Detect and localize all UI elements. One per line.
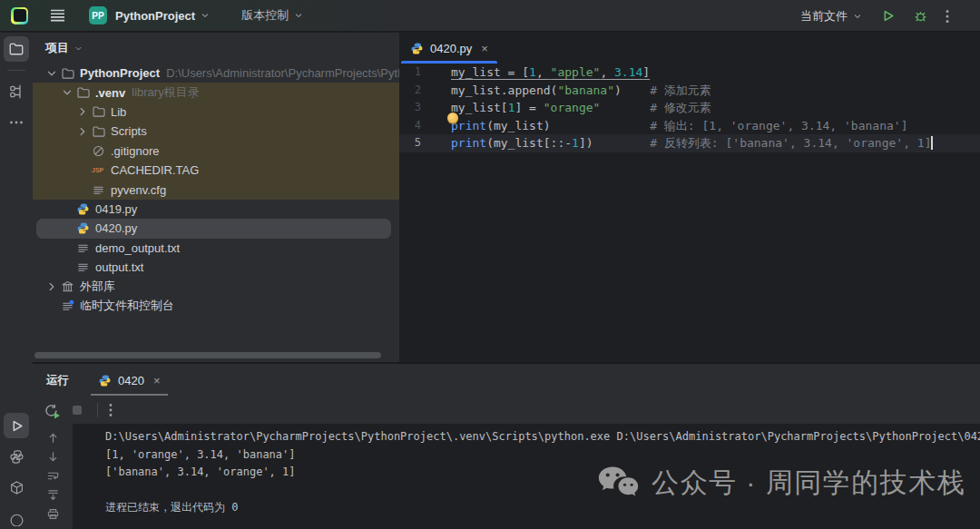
next-occurrence-icon[interactable] <box>46 450 60 464</box>
more-tools-icon <box>9 121 24 124</box>
pycharm-logo-icon[interactable] <box>11 7 28 24</box>
tree-item-label: .venv <box>95 86 125 100</box>
debug-button[interactable] <box>913 8 928 24</box>
chevron-right-icon[interactable] <box>76 104 92 119</box>
run-tool-icon <box>9 418 24 434</box>
run-tool-window-button[interactable] <box>4 413 29 438</box>
folder-icon <box>92 104 107 119</box>
text-caret <box>931 136 933 150</box>
tree-item-.venv[interactable]: .venvlibrary根目录 <box>33 83 399 102</box>
intention-bulb-icon[interactable] <box>447 113 458 123</box>
tree-item-label: CACHEDIR.TAG <box>111 163 199 177</box>
console-line: D:\Users\Administrator\PycharmProjects\P… <box>105 428 980 446</box>
chevron-right-icon[interactable] <box>76 124 92 139</box>
python-packages-icon <box>9 480 24 495</box>
code-line-5[interactable]: 5print(my_list[::-1]) # 反转列表: ['banana',… <box>399 134 980 152</box>
run-tab-label: 0420 <box>118 374 144 387</box>
code-line-3[interactable]: 3my_list[1] = "orange" # 修改元素 <box>399 99 980 117</box>
code-line-2[interactable]: 2my_list.append("banana") # 添加元素 <box>399 82 980 100</box>
text-icon <box>92 182 107 197</box>
tree-item-pyvenv.cfg[interactable]: pyvenv.cfg <box>33 180 399 199</box>
python-packages-button[interactable] <box>4 475 29 500</box>
tree-item-label: pyvenv.cfg <box>111 183 166 197</box>
print-icon[interactable] <box>46 507 60 521</box>
code-editor[interactable]: 1my_list = [1, "apple", 3.14]2my_list.ap… <box>399 64 980 152</box>
code-line-1[interactable]: 1my_list = [1, "apple", 3.14] <box>399 64 980 82</box>
tree-item-label: .gitignore <box>111 144 159 158</box>
close-icon[interactable]: × <box>153 374 161 387</box>
tree-item-Lib[interactable]: Lib <box>33 103 399 122</box>
tree-item-.gitignore[interactable]: .gitignore <box>33 142 399 161</box>
code-text: print(my_list) # 输出: [1, 'orange', 3.14,… <box>451 117 907 135</box>
more-tool-windows-button[interactable] <box>4 110 29 135</box>
run-panel-header: 运行 0420 × <box>33 364 980 397</box>
python-file-icon <box>98 374 112 387</box>
chevron-down-icon[interactable] <box>45 66 61 81</box>
prev-occurrence-icon[interactable] <box>46 431 60 445</box>
close-icon[interactable]: × <box>481 42 488 55</box>
tree-item--[interactable]: 临时文件和控制台 <box>33 297 399 316</box>
main-menu-icon[interactable] <box>50 9 65 22</box>
line-number: 5 <box>399 134 421 152</box>
partial-tool-button[interactable] <box>4 505 29 529</box>
partial-tool-icon <box>9 511 24 526</box>
code-text: my_list = [1, "apple", 3.14] <box>451 64 650 82</box>
tree-item-0420.py[interactable]: 0420.py <box>33 219 399 238</box>
project-selector[interactable]: PythonProject <box>115 9 195 23</box>
line-number: 2 <box>399 82 421 100</box>
editor-tab-0420[interactable]: 0420.py × <box>401 33 497 64</box>
tree-item-0419.py[interactable]: 0419.py <box>33 200 399 219</box>
horizontal-scrollbar[interactable] <box>34 352 381 358</box>
project-tree: PythonProjectD:\Users\Administrator\Pych… <box>33 64 399 316</box>
run-button[interactable] <box>880 8 896 24</box>
tree-item-output.txt[interactable]: output.txt <box>33 258 399 277</box>
run-panel-title: 运行 <box>46 373 69 388</box>
chevron-placeholder <box>76 163 92 178</box>
main-toolbar: PP PythonProject 版本控制 当前文件 <box>0 0 980 32</box>
code-line-4[interactable]: 4print(my_list) # 输出: [1, 'orange', 3.14… <box>399 117 980 135</box>
rail-divider <box>7 70 25 71</box>
chevron-down-icon[interactable] <box>61 85 76 100</box>
chevron-down-icon <box>74 44 83 54</box>
chevron-placeholder <box>76 143 92 158</box>
chevron-right-icon[interactable] <box>45 279 61 294</box>
folder-icon <box>61 66 76 81</box>
tree-item-PythonProject[interactable]: PythonProjectD:\Users\Administrator\Pych… <box>33 64 399 83</box>
console-line: 进程已结束，退出代码为 0 <box>105 499 980 517</box>
version-control-menu[interactable]: 版本控制 <box>241 7 289 24</box>
editor-tab-label: 0420.py <box>430 42 472 55</box>
tree-item-label: 0420.py <box>95 221 137 235</box>
text-icon <box>76 240 92 255</box>
line-number: 3 <box>399 99 421 117</box>
project-tool-window: 项目 PythonProjectD:\Users\Administrator\P… <box>33 33 399 362</box>
tree-item-label: Scripts <box>111 124 147 138</box>
rerun-button[interactable] <box>44 403 59 418</box>
project-badge[interactable]: PP <box>89 6 107 24</box>
soft-wrap-icon[interactable] <box>46 469 60 483</box>
tree-item-Scripts[interactable]: Scripts <box>33 122 399 141</box>
stop-button[interactable] <box>70 403 84 417</box>
tree-item-label: PythonProject <box>80 66 160 80</box>
tree-item-CACHEDIR.TAG[interactable]: JSPCACHEDIR.TAG <box>33 161 399 180</box>
more-actions-icon[interactable] <box>946 9 949 24</box>
chevron-down-icon <box>200 10 211 21</box>
folder-icon <box>76 85 92 100</box>
tree-item-demo_output.txt[interactable]: demo_output.txt <box>33 239 399 258</box>
tree-item--[interactable]: 外部库 <box>33 277 399 296</box>
scroll-to-end-icon[interactable] <box>46 488 60 502</box>
project-tool-button[interactable] <box>4 36 29 62</box>
editor-area: 0420.py × 1my_list = [1, "apple", 3.14]2… <box>399 33 980 362</box>
line-number: 4 <box>399 117 421 135</box>
python-console-button[interactable] <box>4 444 29 469</box>
project-panel-header[interactable]: 项目 <box>33 33 399 64</box>
run-configuration-selector[interactable]: 当前文件 <box>800 8 863 24</box>
left-tool-rail <box>0 33 33 529</box>
chevron-placeholder <box>45 299 61 313</box>
pycharm-window: PP PythonProject 版本控制 当前文件 <box>0 0 980 529</box>
line-number: 1 <box>399 64 421 82</box>
run-tab-0420[interactable]: 0420 × <box>93 364 166 397</box>
chevron-down-icon <box>293 10 304 21</box>
run-more-options-icon[interactable] <box>109 403 113 417</box>
run-tool-window: 运行 0420 × <box>33 362 980 529</box>
commit-tool-button[interactable] <box>4 79 29 104</box>
